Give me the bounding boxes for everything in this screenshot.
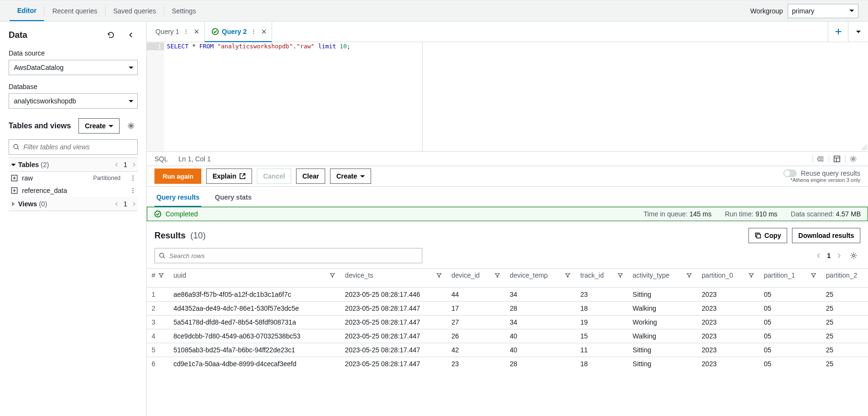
col-name: partition_2 [826, 271, 857, 280]
filter-icon[interactable] [617, 272, 623, 278]
close-tab-button[interactable] [193, 28, 200, 35]
cell-partition-1: 05 [759, 329, 821, 343]
views-group[interactable]: Views (0) 1 [9, 197, 138, 211]
refresh-button[interactable] [104, 28, 118, 42]
table-row[interactable]: 1ae86a93f-f57b-4f05-a12f-dc1b3c1a6f7c202… [147, 288, 868, 302]
close-icon [194, 29, 199, 34]
tables-label: Tables [18, 161, 39, 169]
chevron-right-icon[interactable] [131, 162, 137, 168]
sql-editor[interactable]: 1 SELECT * FROM "analyticsworkshopdb"."r… [147, 42, 868, 151]
svg-rect-20 [757, 234, 761, 238]
tab-menu-button[interactable] [182, 28, 190, 35]
sql-code[interactable]: SELECT * FROM "analyticsworkshopdb"."raw… [164, 42, 868, 151]
results-settings-button[interactable] [847, 249, 860, 262]
tab-query-stats[interactable]: Query stats [213, 190, 253, 206]
search-rows-input[interactable] [168, 252, 418, 260]
chevron-left-icon[interactable] [114, 201, 120, 207]
col-header--[interactable]: # [147, 269, 169, 288]
create-result-button[interactable]: Create [330, 169, 371, 184]
views-label: Views [18, 200, 37, 208]
results-table-wrap[interactable]: #uuiddevice_tsdevice_iddevice_temptrack_… [147, 268, 868, 371]
col-header-partition-0[interactable]: partition_0 [697, 269, 759, 288]
reuse-results-toggle[interactable]: Reuse query results [783, 169, 860, 177]
layout-button[interactable] [829, 155, 844, 163]
filter-icon[interactable] [686, 272, 692, 278]
filter-icon[interactable] [565, 272, 571, 278]
download-results-button[interactable]: Download results [792, 228, 860, 243]
workgroup-label: Workgroup [750, 7, 783, 15]
tab-menu-button[interactable] [250, 28, 257, 35]
col-header-activity-type[interactable]: activity_type [628, 269, 697, 288]
table-row[interactable]: 35a54178d-dfd8-4ed7-8b54-58fdf908731a202… [147, 315, 868, 329]
workgroup-select[interactable]: primary [788, 4, 858, 18]
copy-button[interactable]: Copy [748, 228, 787, 243]
filter-input-wrap[interactable] [9, 139, 138, 155]
format-query-button[interactable] [813, 155, 828, 163]
col-header-uuid[interactable]: uuid [169, 269, 341, 288]
tab-editor[interactable]: Editor [10, 0, 44, 21]
run-again-button[interactable]: Run again [154, 169, 201, 184]
explain-label: Explain [212, 172, 236, 180]
database-label: Database [9, 83, 138, 90]
collapse-sidebar-button[interactable] [124, 28, 138, 42]
col-header-device-ts[interactable]: device_ts [340, 269, 447, 288]
cell-uuid: cd9e1c7a-50aa-4dbe-8999-d4cecaf3eefd [169, 357, 341, 371]
table-header-row: #uuiddevice_tsdevice_iddevice_temptrack_… [147, 269, 868, 288]
query-tab-label: Query 1 [155, 28, 179, 35]
filter-icon[interactable] [330, 272, 335, 278]
chevron-right-icon[interactable] [835, 252, 842, 259]
create-button[interactable]: Create [78, 118, 120, 134]
resize-handle-icon[interactable] [861, 145, 867, 150]
tab-settings[interactable]: Settings [164, 0, 204, 21]
filter-input[interactable] [22, 143, 133, 151]
table-item-reference-data[interactable]: reference_data [9, 184, 138, 197]
database-select[interactable]: analyticsworkshopdb [9, 93, 138, 109]
tables-settings-button[interactable] [124, 119, 138, 133]
chevron-left-icon[interactable] [815, 252, 822, 259]
tab-options-button[interactable] [848, 22, 868, 42]
explain-button[interactable]: Explain [206, 169, 252, 184]
tables-group[interactable]: Tables (2) 1 [9, 157, 138, 172]
filter-icon[interactable] [494, 272, 500, 278]
chevron-right-icon[interactable] [131, 201, 137, 207]
cell-device-id: 23 [447, 357, 505, 371]
table-row[interactable]: 24d4352aa-de49-4dc7-86e1-530f57e3dc5e202… [147, 302, 868, 315]
results-table: #uuiddevice_tsdevice_iddevice_temptrack_… [147, 268, 868, 371]
col-header-device-id[interactable]: device_id [447, 269, 505, 288]
table-menu-button[interactable] [128, 184, 138, 197]
cell-partition-0: 2023 [697, 288, 759, 302]
new-tab-button[interactable] [828, 22, 848, 42]
search-rows-wrap[interactable] [154, 248, 422, 263]
editor-settings-button[interactable] [845, 155, 860, 163]
filter-icon[interactable] [811, 272, 816, 278]
col-header-partition-1[interactable]: partition_1 [759, 269, 821, 288]
tab-recent-queries[interactable]: Recent queries [44, 0, 105, 21]
tab-saved-queries[interactable]: Saved queries [106, 0, 164, 21]
tab-query-results[interactable]: Query results [154, 190, 201, 207]
chevron-left-icon[interactable] [114, 162, 120, 168]
table-row[interactable]: 6cd9e1c7a-50aa-4dbe-8999-d4cecaf3eefd202… [147, 357, 868, 371]
table-menu-button[interactable] [128, 171, 138, 185]
clear-button[interactable]: Clear [296, 169, 325, 184]
query-tab-1[interactable]: Query 1 [149, 22, 205, 42]
data-source-select[interactable]: AwsDataCatalog [9, 60, 138, 75]
filter-icon[interactable] [436, 272, 442, 278]
kebab-icon [130, 175, 136, 181]
col-name: uuid [174, 271, 186, 280]
col-header-track-id[interactable]: track_id [575, 269, 627, 288]
table-item-raw[interactable]: raw Partitioned [9, 172, 138, 184]
table-row[interactable]: 48ce9dcbb-7d80-4549-a063-07032538bc53202… [147, 329, 868, 343]
col-header-partition-2[interactable]: partition_2 [821, 269, 868, 288]
col-header-device-temp[interactable]: device_temp [505, 269, 575, 288]
run-bar: Run again Explain Cancel Clear Create Re… [147, 166, 868, 187]
filter-icon[interactable] [748, 272, 754, 278]
gear-icon [849, 155, 857, 163]
queue-value: 145 ms [690, 210, 712, 218]
query-tab-2[interactable]: Query 2 [205, 22, 272, 42]
table-row[interactable]: 551085ab3-bd25-4fa7-b6bc-94ff22de23c1202… [147, 343, 868, 357]
chevron-down-icon [109, 125, 113, 127]
results-count: (10) [190, 231, 206, 241]
close-tab-button[interactable] [260, 28, 268, 35]
filter-icon[interactable] [158, 272, 164, 278]
top-nav: Editor Recent queries Saved queries Sett… [10, 0, 204, 21]
